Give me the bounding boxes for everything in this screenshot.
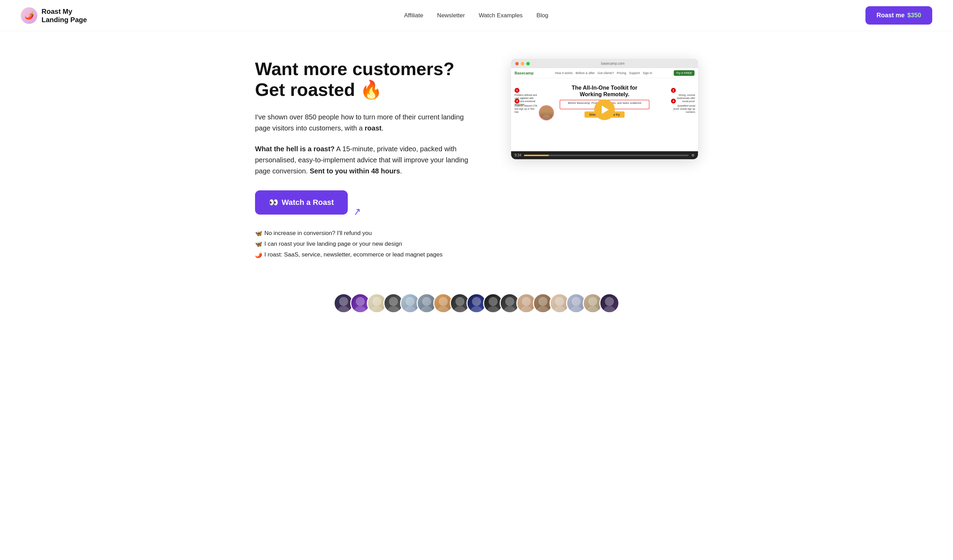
annot-text-3: Distinct, relaxed CTA. Not sign up or fr…	[515, 104, 539, 113]
avatar-15	[566, 293, 586, 313]
browser-bar: basecamp.com	[511, 59, 698, 68]
avatar-10	[483, 293, 503, 313]
annot-text-4: Quantified social proof: actual sign up …	[671, 104, 695, 113]
browser-dot-yellow	[521, 62, 524, 65]
avatar-13	[533, 293, 553, 313]
annot-circle-2: 2	[671, 88, 676, 93]
nav-links: Affiliate Newsletter Watch Examples Blog	[404, 12, 548, 19]
annot-4: 4 Quantified social proof: actual sign u…	[671, 97, 695, 113]
avatar-4	[383, 293, 404, 313]
bc-nav: How it worksBefore & afterGot clients?Pr…	[555, 71, 652, 75]
progress-bar[interactable]	[524, 155, 689, 156]
roast-me-label: Roast me	[877, 12, 905, 19]
hero-subtext: I've shown over 850 people how to turn m…	[255, 112, 476, 133]
video-settings-icon[interactable]: ⚙	[691, 153, 694, 157]
hero-question: What the hell is a roast? A 15-minute, p…	[255, 143, 476, 177]
guarantee-text-2: I can roast your live landing page or yo…	[264, 240, 402, 247]
watch-btn-icon: 👀	[269, 198, 278, 207]
play-button[interactable]	[594, 99, 615, 120]
bc-logo: Basecamp	[515, 71, 534, 75]
roast-me-price: $350	[907, 12, 921, 19]
progress-fill	[524, 155, 548, 156]
nav-link-newsletter[interactable]: Newsletter	[437, 12, 465, 19]
guarantee-icon-2: 🦋	[255, 240, 262, 248]
nav-link-affiliate[interactable]: Affiliate	[404, 12, 423, 19]
play-triangle-icon	[602, 105, 609, 114]
nav-link-watch-examples[interactable]: Watch Examples	[478, 12, 523, 19]
guarantee-item-3: 🌶️ I roast: SaaS, service, newsletter, e…	[255, 251, 476, 259]
logo-icon: 🌶️	[21, 7, 37, 24]
avatar-6	[417, 293, 437, 313]
nav-link-blog[interactable]: Blog	[536, 12, 548, 19]
roast-me-button[interactable]: Roast me $350	[865, 6, 932, 25]
guarantee-text-3: I roast: SaaS, service, newsletter, ecom…	[264, 251, 442, 258]
annot-circle-4: 4	[671, 99, 676, 104]
bc-headline: The All-In-One Toolkit forWorking Remote…	[515, 84, 694, 98]
avatar-8	[450, 293, 470, 313]
annot-3: 3 Distinct, relaxed CTA. Not sign up or …	[515, 97, 539, 113]
guarantee-item-1: 🦋 No increase in conversion? I'll refund…	[255, 230, 476, 237]
avatar-row	[0, 279, 953, 334]
video-controls: 9:34 ⚙	[511, 151, 698, 159]
avatar-12	[516, 293, 536, 313]
avatar-16	[583, 293, 603, 313]
guarantee-item-2: 🦋 I can roast your live landing page or …	[255, 240, 476, 248]
speaker-thumbnail	[539, 105, 554, 121]
avatar-2	[350, 293, 370, 313]
video-preview: basecamp.com Basecamp How it worksBefore…	[511, 59, 698, 159]
navbar: 🌶️ Roast MyLanding Page Affiliate Newsle…	[0, 0, 953, 31]
annot-circle-3: 3	[515, 99, 519, 104]
browser-url: basecamp.com	[532, 62, 694, 65]
video-preview-container: basecamp.com Basecamp How it worksBefore…	[511, 59, 698, 159]
browser-dot-red	[515, 62, 519, 65]
arrow-decoration: ↗	[352, 205, 362, 218]
guarantee-icon-1: 🦋	[255, 230, 262, 237]
video-mockup: basecamp.com Basecamp How it worksBefore…	[511, 59, 698, 159]
browser-dot-green	[526, 62, 530, 65]
avatar-17	[599, 293, 619, 313]
guarantee-text-1: No increase in conversion? I'll refund y…	[264, 230, 372, 237]
avatar-14	[549, 293, 570, 313]
avatar-7	[433, 293, 453, 313]
basecamp-mockup: Basecamp How it worksBefore & afterGot c…	[511, 68, 698, 151]
bc-try-btn: Try it FREE	[674, 70, 694, 76]
avatar-3	[367, 293, 387, 313]
bc-header: Basecamp How it worksBefore & afterGot c…	[511, 68, 698, 78]
watch-roast-button[interactable]: 👀 Watch a Roast	[255, 190, 348, 215]
brand-name: Roast MyLanding Page	[42, 7, 87, 24]
guarantees-list: 🦋 No increase in conversion? I'll refund…	[255, 230, 476, 259]
logo[interactable]: 🌶️ Roast MyLanding Page	[21, 7, 87, 24]
hero-headline: Want more customers?Get roasted 🔥	[255, 59, 476, 100]
avatar-9	[466, 293, 487, 313]
avatar-1	[334, 293, 354, 313]
hero-section: Want more customers?Get roasted 🔥 I've s…	[234, 31, 719, 279]
hero-left: Want more customers?Get roasted 🔥 I've s…	[255, 59, 476, 259]
guarantee-icon-3: 🌶️	[255, 251, 262, 259]
annot-circle-1: 1	[515, 88, 519, 93]
avatar-5	[400, 293, 420, 313]
avatar-11	[500, 293, 520, 313]
watch-btn-label: Watch a Roast	[282, 198, 334, 207]
timestamp: 9:34	[515, 153, 521, 157]
